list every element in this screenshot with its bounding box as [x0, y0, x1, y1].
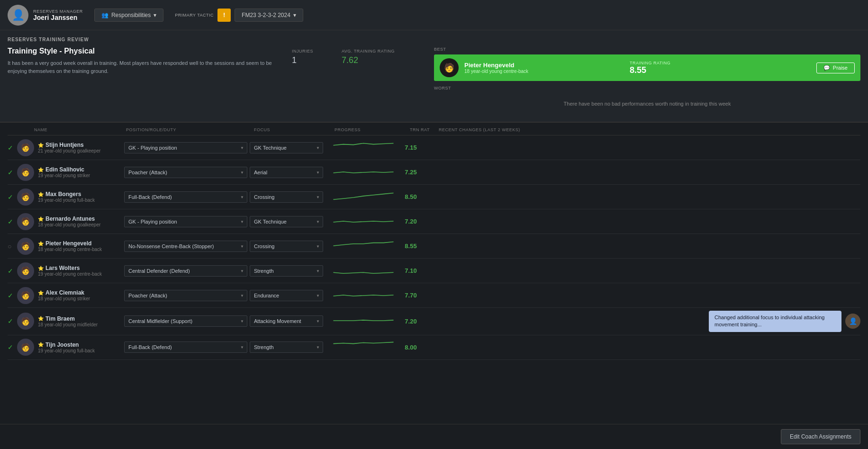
focus-dropdown-wrapper[interactable]: Strength	[250, 265, 328, 277]
best-player-avatar: 🧑	[440, 58, 459, 77]
player-avatar: 🧑	[17, 238, 34, 255]
progress-chart	[333, 164, 394, 181]
check-icon: ✓	[8, 267, 17, 275]
position-select[interactable]: No-Nonsense Centre-Back (Stopper)	[124, 241, 247, 252]
check-icon: ✓	[8, 317, 17, 325]
table-header: NAME POSITION/ROLE/DUTY FOCUS PROGRESS T…	[8, 123, 860, 135]
focus-select[interactable]: Endurance	[250, 290, 323, 301]
table-row: ○ 🧑 ⭐ Pieter Hengeveld 18 year-old young…	[8, 234, 860, 259]
player-description: 18 year-old young midfielder	[38, 322, 119, 327]
focus-dropdown-wrapper[interactable]: Aerial	[250, 167, 328, 178]
player-avatar: 🧑	[17, 313, 34, 330]
trnrat-value: 8.55	[394, 242, 427, 250]
focus-select[interactable]: GK Technique	[250, 142, 323, 153]
position-dropdown-wrapper[interactable]: Poacher (Attack)	[119, 167, 247, 178]
best-player-desc: 18 year-old young centre-back	[464, 69, 528, 74]
player-name: ⭐ Edin Salihovic	[38, 166, 119, 173]
position-select[interactable]: GK - Playing position	[124, 216, 247, 227]
player-name: ⭐ Bernardo Antunes	[38, 216, 119, 222]
progress-chart	[333, 189, 394, 206]
player-avatar: 🧑	[17, 164, 34, 181]
player-avatar: 🧑	[17, 262, 34, 279]
player-avatar: 🧑	[17, 139, 34, 156]
best-rating-label: TRAINING RATING	[630, 61, 715, 65]
focus-dropdown-wrapper[interactable]: Strength	[250, 341, 328, 353]
player-name: ⭐ Alex Ciemniak	[38, 289, 119, 296]
progress-chart	[333, 213, 394, 230]
table-row: ✓ 🧑 ⭐ Tijn Joosten 19 year-old young ful…	[8, 335, 860, 360]
focus-dropdown-wrapper[interactable]: Crossing	[250, 241, 328, 252]
player-table-section: NAME POSITION/ROLE/DUTY FOCUS PROGRESS T…	[0, 123, 868, 360]
position-select[interactable]: GK - Playing position	[124, 142, 247, 153]
position-select[interactable]: Full-Back (Defend)	[124, 191, 247, 203]
table-row: ✓ 🧑 ⭐ Max Bongers 19 year-old young full…	[8, 185, 860, 209]
best-player-info: Pieter Hengeveld 18 year-old young centr…	[464, 62, 528, 74]
trnrat-value: 7.10	[394, 267, 427, 274]
review-content: Training Style - Physical It has been a …	[8, 47, 860, 114]
focus-select[interactable]: GK Technique	[250, 216, 323, 227]
position-dropdown-wrapper[interactable]: Central Midfielder (Support)	[119, 315, 247, 327]
focus-select[interactable]: Crossing	[250, 191, 323, 203]
position-select[interactable]: Central Defender (Defend)	[124, 265, 247, 277]
player-avatar: 🧑	[17, 339, 34, 356]
injuries-stat: INJURIES 1	[292, 49, 313, 65]
exclamation-icon: !	[223, 11, 225, 18]
worst-text: There have been no bad performances wort…	[434, 93, 860, 114]
chat-icon: 💬	[823, 65, 830, 71]
review-left: Training Style - Physical It has been a …	[8, 47, 292, 114]
position-select[interactable]: Poacher (Attack)	[124, 290, 247, 301]
position-dropdown-wrapper[interactable]: GK - Playing position	[119, 216, 247, 227]
position-select[interactable]: Poacher (Attack)	[124, 167, 247, 178]
avg-rating-value: 7.62	[342, 55, 395, 65]
trnrat-value: 8.00	[394, 344, 427, 351]
check-icon: ✓	[8, 193, 17, 201]
focus-dropdown-wrapper[interactable]: Crossing	[250, 191, 328, 203]
progress-chart	[333, 238, 394, 255]
avg-rating-label: AVG. TRAINING RATING	[342, 49, 395, 54]
focus-select[interactable]: Aerial	[250, 167, 323, 178]
position-dropdown-wrapper[interactable]: Full-Back (Defend)	[119, 341, 247, 353]
focus-dropdown-wrapper[interactable]: Endurance	[250, 290, 328, 301]
best-worst-section: BEST 🧑 Pieter Hengeveld 18 year-old youn…	[425, 47, 860, 114]
star-icon: ⭐	[38, 266, 44, 271]
position-select[interactable]: Central Midfielder (Support)	[124, 315, 247, 327]
position-dropdown-wrapper[interactable]: Poacher (Attack)	[119, 290, 247, 301]
responsibilities-button[interactable]: 👥 Responsibilities ▾	[94, 9, 163, 22]
review-description: It has been a very good week overall in …	[8, 59, 273, 75]
position-dropdown-wrapper[interactable]: Central Defender (Defend)	[119, 265, 247, 277]
player-name: ⭐ Max Bongers	[38, 191, 119, 198]
responsibilities-icon: 👥	[101, 12, 108, 18]
position-dropdown-wrapper[interactable]: Full-Back (Defend)	[119, 191, 247, 203]
table-row: ✓ 🧑 ⭐ Stijn Huntjens 21 year-old young g…	[8, 135, 860, 160]
star-icon: ⭐	[38, 342, 44, 347]
check-icon: ✓	[8, 292, 17, 299]
praise-button[interactable]: 💬 Praise	[816, 63, 855, 73]
training-style: Training Style - Physical	[8, 47, 292, 55]
progress-chart	[333, 287, 394, 304]
tactic-button[interactable]: FM23 3-2-3-2 2024 ▾	[235, 9, 303, 22]
focus-dropdown-wrapper[interactable]: GK Technique	[250, 216, 328, 227]
tactic-section: PRIMARY TACTIC ! FM23 3-2-3-2 2024 ▾	[175, 9, 303, 22]
player-description: 18 year-old young centre-back	[38, 247, 119, 252]
check-icon: ✓	[8, 343, 17, 351]
focus-select[interactable]: Strength	[250, 265, 323, 277]
header-changes: RECENT CHANGES (LAST 2 WEEKS)	[439, 127, 860, 132]
player-info: ⭐ Tijn Joosten 19 year-old young full-ba…	[38, 341, 119, 353]
focus-dropdown-wrapper[interactable]: GK Technique	[250, 142, 328, 153]
tactic-name: FM23 3-2-3-2 2024	[242, 12, 290, 18]
player-description: 21 year-old young goalkeeper	[38, 148, 119, 153]
coach-avatar: 👤	[845, 314, 860, 329]
avatar: 👤	[8, 5, 28, 26]
focus-select[interactable]: Strength	[250, 341, 323, 353]
focus-dropdown-wrapper[interactable]: Attacking Movement	[250, 315, 328, 327]
edit-coach-button[interactable]: Edit Coach Assignments	[781, 429, 860, 444]
position-dropdown-wrapper[interactable]: GK - Playing position	[119, 142, 247, 153]
focus-select[interactable]: Attacking Movement	[250, 315, 323, 327]
table-row: ✓ 🧑 ⭐ Lars Wolters 19 year-old young cen…	[8, 259, 860, 283]
focus-select[interactable]: Crossing	[250, 241, 323, 252]
recent-changes: Changed additional focus to individual a…	[427, 311, 860, 332]
position-select[interactable]: Full-Back (Defend)	[124, 341, 247, 353]
section-title: RESERVES TRAINING REVIEW	[8, 37, 860, 42]
position-dropdown-wrapper[interactable]: No-Nonsense Centre-Back (Stopper)	[119, 241, 247, 252]
trnrat-value: 7.20	[394, 218, 427, 225]
